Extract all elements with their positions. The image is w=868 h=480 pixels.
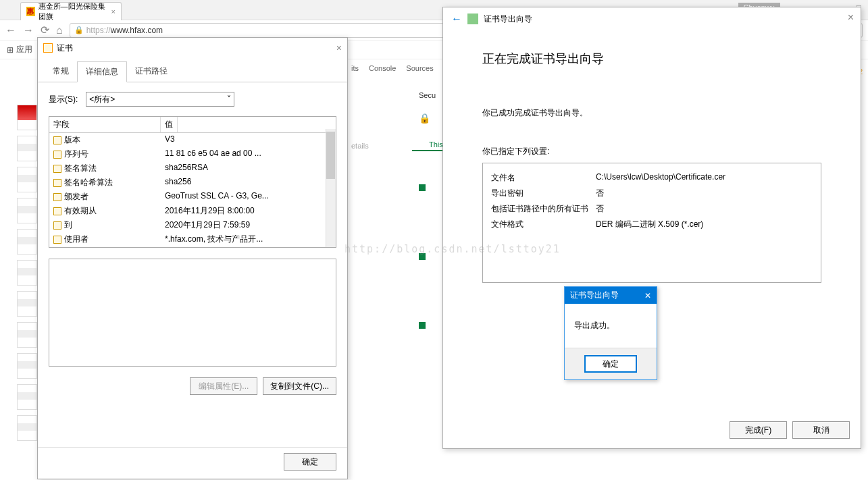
page-thumb[interactable] — [17, 229, 37, 255]
field-value: GeoTrust SSL CA - G3, Ge... — [165, 191, 269, 203]
wizard-success-text: 你已成功完成证书导出向导。 — [482, 107, 821, 119]
setting-key: 包括证书路径中的所有证书 — [491, 203, 596, 215]
field-name: 序列号 — [64, 149, 88, 160]
setting-row: 导出密钥否 — [491, 186, 813, 201]
url-scheme: https:// — [86, 26, 111, 35]
secure-underline — [412, 150, 442, 151]
edit-properties-button: 编辑属性(E)... — [190, 377, 257, 395]
field-row[interactable]: 签名哈希算法sha256 — [49, 176, 336, 190]
copy-to-file-button[interactable]: 复制到文件(C)... — [263, 377, 336, 395]
close-icon[interactable]: × — [848, 11, 854, 24]
field-row[interactable]: 版本V3 — [49, 133, 336, 147]
tab-favicon: 惠 — [26, 7, 35, 16]
page-thumb[interactable] — [17, 260, 37, 286]
field-icon — [53, 151, 61, 159]
page-thumb[interactable] — [17, 167, 37, 192]
show-label: 显示(S): — [49, 94, 78, 105]
apps-shortcut[interactable]: ⊞ 应用 — [7, 44, 32, 55]
setting-value: DER 编码二进制 X.509 (*.cer) — [596, 219, 703, 230]
fields-list: 字段 值 版本V3序列号11 81 c6 e5 04 ae ad 00 ...签… — [49, 116, 336, 248]
devtools-tabs: its Console Sources — [351, 64, 439, 72]
this-page-secure: This — [429, 140, 443, 149]
res-status-icon — [419, 322, 426, 329]
devtools-tab-its[interactable]: its — [351, 64, 359, 72]
wizard-header-title: 证书导出向导 — [484, 14, 532, 25]
field-name: 签名哈希算法 — [64, 177, 113, 188]
wizard-body: 正在完成证书导出向导 你已成功完成证书导出向导。 你已指定下列设置: 文件名C:… — [443, 30, 861, 283]
field-name: 到 — [64, 219, 72, 231]
url-host: www.hfax.com — [111, 26, 163, 35]
lock-icon: 🔒 — [74, 26, 84, 34]
setting-key: 文件名 — [491, 172, 596, 184]
field-icon — [53, 165, 61, 173]
page-thumb[interactable] — [17, 415, 37, 441]
page-thumb[interactable] — [17, 384, 37, 410]
cert-tabs: 常规 详细信息 证书路径 — [38, 61, 347, 82]
settings-label: 你已指定下列设置: — [482, 146, 821, 157]
setting-row: 包括证书路径中的所有证书否 — [491, 201, 813, 217]
field-row[interactable]: 有效期从2016年11月29日 8:00:00 — [49, 204, 336, 218]
msgbox-titlebar[interactable]: 证书导出向导 ✕ — [565, 287, 657, 304]
home-icon[interactable]: ⌂ — [56, 24, 63, 36]
wizard-icon — [467, 14, 478, 24]
cert-icon — [43, 43, 53, 53]
field-row[interactable]: 签名算法sha256RSA — [49, 161, 336, 176]
page-thumb[interactable] — [17, 198, 37, 223]
field-value: sha256RSA — [165, 163, 208, 174]
field-row[interactable]: 使用者*.hfax.com, 技术与产品开... — [49, 232, 336, 246]
field-icon — [53, 221, 61, 230]
tab-certpath[interactable]: 证书路径 — [127, 61, 176, 82]
wizard-buttons: 完成(F) 取消 — [730, 421, 850, 439]
field-name: 有效期从 — [64, 205, 97, 217]
page-thumb[interactable] — [17, 136, 37, 161]
setting-value: 否 — [596, 188, 604, 199]
fields-header: 字段 值 — [49, 117, 336, 133]
page-thumb[interactable] — [17, 105, 37, 130]
back-arrow-icon[interactable]: ← — [451, 13, 462, 25]
cancel-button[interactable]: 取消 — [792, 421, 850, 439]
back-icon[interactable]: ← — [5, 24, 16, 36]
field-icon — [53, 136, 61, 144]
dialog-title: 证书 — [57, 43, 73, 54]
field-name: 使用者 — [64, 234, 88, 245]
dialog-titlebar[interactable]: 证书 × — [38, 38, 347, 58]
success-messagebox: 证书导出向导 ✕ 导出成功。 确定 — [564, 286, 657, 380]
tab-general[interactable]: 常规 — [45, 61, 77, 82]
field-row[interactable]: 颁发者GeoTrust SSL CA - G3, Ge... — [49, 190, 336, 204]
wizard-header: ← 证书导出向导 — [443, 7, 861, 30]
ok-button[interactable]: 确定 — [284, 453, 336, 471]
scroll-thumb[interactable] — [326, 132, 335, 179]
devtools-tab-console[interactable]: Console — [369, 64, 396, 72]
chevron-down-icon: ˅ — [227, 95, 231, 104]
browser-tab[interactable]: 惠 惠金所—阳光保险集团旗 × — [20, 2, 122, 20]
field-name: 版本 — [64, 134, 80, 146]
field-row[interactable]: 到2020年1月29日 7:59:59 — [49, 218, 336, 232]
field-value-box[interactable] — [49, 259, 336, 367]
field-name: 颁发者 — [64, 191, 88, 203]
page-thumb[interactable] — [17, 322, 37, 348]
msgbox-ok-button[interactable]: 确定 — [584, 355, 637, 373]
field-value: 11 81 c6 e5 04 ae ad 00 ... — [165, 149, 261, 160]
devtools-tab-sources[interactable]: Sources — [406, 64, 433, 72]
setting-key: 导出密钥 — [491, 188, 596, 199]
tab-details[interactable]: 详细信息 — [77, 61, 127, 82]
finish-button[interactable]: 完成(F) — [730, 421, 787, 439]
reload-icon[interactable]: ⟳ — [41, 24, 49, 36]
field-row[interactable]: 公钥RSA (2048 Bits) — [49, 246, 336, 248]
field-row[interactable]: 序列号11 81 c6 e5 04 ae ad 00 ... — [49, 147, 336, 161]
close-icon[interactable]: × — [336, 43, 342, 53]
forward-icon[interactable]: → — [23, 24, 34, 36]
field-value: 2020年1月29日 7:59:59 — [165, 219, 250, 231]
col-field[interactable]: 字段 — [49, 117, 161, 132]
col-value[interactable]: 值 — [161, 117, 178, 132]
field-icon — [53, 193, 61, 201]
tab-close-icon[interactable]: × — [111, 7, 116, 16]
tab-title: 惠金所—阳光保险集团旗 — [39, 1, 111, 22]
setting-row: 文件名C:\Users\lcw\Desktop\Certificate.cer — [491, 170, 813, 186]
show-value: <所有> — [89, 94, 115, 105]
show-select[interactable]: <所有> ˅ — [86, 92, 234, 107]
close-icon[interactable]: ✕ — [644, 291, 651, 300]
page-thumb[interactable] — [17, 291, 37, 317]
security-label: Secu — [419, 91, 439, 99]
page-thumb[interactable] — [17, 353, 37, 379]
